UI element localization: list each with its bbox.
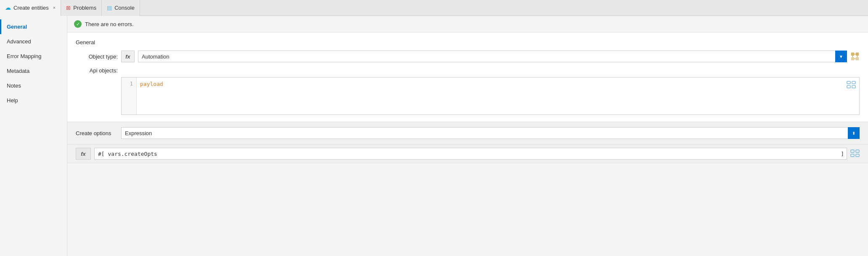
- api-objects-grid-icon[interactable]: [847, 81, 856, 90]
- tab-create-entities[interactable]: ☁ Create entities ×: [0, 0, 61, 16]
- tab-bar: ☁ Create entities × ⊠ Problems ▤ Console: [0, 0, 868, 16]
- create-options-select-wrapper: Expression ⬍: [121, 127, 860, 139]
- status-success-icon: ✓: [74, 20, 82, 28]
- sidebar-item-general[interactable]: General: [0, 19, 67, 34]
- create-options-row: Create options Expression ⬍: [67, 122, 868, 144]
- main-layout: General Advanced Error Mapping Metadata …: [0, 16, 868, 256]
- svg-rect-11: [852, 85, 855, 88]
- create-options-label: Create options: [76, 130, 118, 136]
- sidebar-item-help[interactable]: Help: [0, 93, 67, 108]
- expression-row: fx ]: [67, 144, 868, 163]
- sidebar-item-notes[interactable]: Notes: [0, 78, 67, 93]
- object-type-fx-button[interactable]: fx: [121, 51, 135, 62]
- svg-rect-0: [851, 53, 854, 56]
- general-section: General Object type: fx Automation ▼: [67, 32, 868, 122]
- expression-grid-icon[interactable]: [850, 149, 860, 158]
- code-content[interactable]: payload: [137, 77, 859, 115]
- expression-close-bracket: ]: [838, 151, 847, 157]
- code-payload-keyword: payload: [140, 81, 163, 87]
- tab-problems[interactable]: ⊠ Problems: [61, 0, 102, 16]
- tab-close-icon[interactable]: ×: [53, 5, 56, 10]
- content-area: ✓ There are no errors. General Object ty…: [67, 16, 868, 256]
- object-type-row: Object type: fx Automation ▼: [76, 51, 860, 62]
- api-objects-editor[interactable]: 1 payload: [121, 77, 860, 115]
- expression-fx-button[interactable]: fx: [76, 148, 91, 160]
- object-type-link-icon[interactable]: [850, 52, 860, 61]
- api-objects-label-row: Api objects:: [76, 67, 860, 74]
- svg-rect-14: [851, 154, 854, 157]
- api-objects-label: Api objects:: [76, 67, 118, 74]
- svg-rect-12: [851, 150, 854, 152]
- svg-rect-8: [847, 81, 850, 84]
- status-message: There are no errors.: [85, 21, 134, 27]
- tab-create-entities-label: Create entities: [13, 5, 49, 11]
- create-options-select[interactable]: Expression: [121, 127, 860, 139]
- svg-rect-15: [856, 154, 859, 157]
- expression-input[interactable]: [95, 151, 838, 157]
- svg-rect-10: [847, 85, 850, 88]
- sidebar-item-advanced[interactable]: Advanced: [0, 34, 67, 49]
- sidebar: General Advanced Error Mapping Metadata …: [0, 16, 67, 256]
- svg-rect-13: [856, 150, 859, 152]
- tab-console[interactable]: ▤ Console: [102, 0, 140, 16]
- svg-rect-2: [851, 57, 854, 60]
- problems-icon: ⊠: [66, 5, 71, 11]
- sidebar-item-error-mapping[interactable]: Error Mapping: [0, 49, 67, 64]
- svg-rect-1: [856, 53, 859, 56]
- tab-problems-label: Problems: [73, 5, 96, 11]
- svg-rect-3: [856, 57, 859, 60]
- svg-rect-9: [852, 81, 855, 84]
- object-type-select[interactable]: Automation: [138, 51, 847, 62]
- console-icon: ▤: [107, 5, 112, 11]
- expression-input-wrapper: ]: [94, 148, 847, 160]
- sidebar-item-metadata[interactable]: Metadata: [0, 64, 67, 78]
- tab-console-label: Console: [114, 5, 135, 11]
- line-numbers: 1: [122, 77, 137, 115]
- section-title: General: [76, 39, 860, 45]
- object-type-label: Object type:: [76, 53, 118, 60]
- salesforce-logo-icon: ☁: [5, 4, 11, 11]
- status-bar: ✓ There are no errors.: [67, 16, 868, 32]
- object-type-select-wrapper: Automation ▼: [138, 51, 847, 62]
